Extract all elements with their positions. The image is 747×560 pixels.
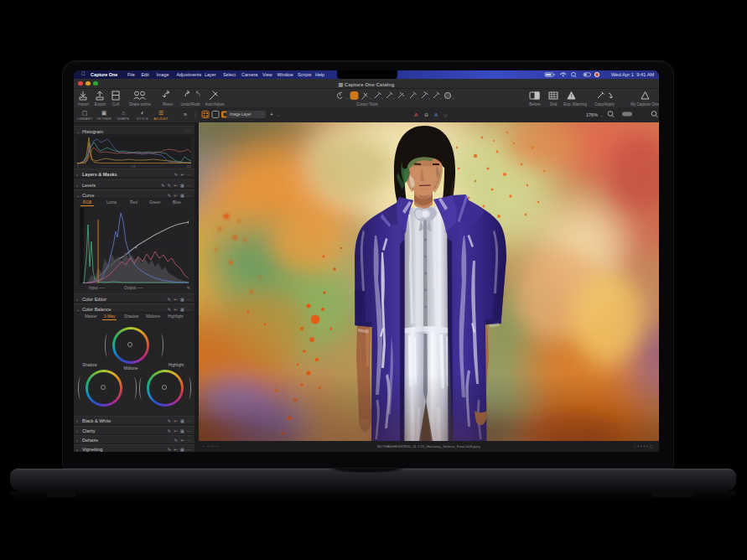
svg-text:⌄: ⌄ (452, 96, 455, 100)
svg-text:A: A (434, 112, 438, 117)
svg-text:⌃: ⌃ (260, 113, 263, 117)
svg-text:Image Layer: Image Layer (230, 112, 252, 117)
svg-text:⌄: ⌄ (277, 112, 280, 117)
svg-text:⌄: ⌄ (381, 96, 384, 100)
svg-text:⌄: ⌄ (392, 96, 396, 100)
svg-text:⌄: ⌄ (345, 96, 349, 100)
svg-text:◇: ◇ (444, 112, 448, 117)
svg-text:⊝: ⊝ (424, 112, 428, 117)
svg-text:⌄: ⌄ (369, 96, 372, 100)
svg-text:⌄: ⌄ (600, 113, 604, 117)
svg-text:⌄: ⌄ (357, 96, 361, 100)
svg-text:+: + (270, 111, 273, 117)
svg-text:176%: 176% (586, 112, 598, 117)
svg-text:⌄: ⌄ (416, 96, 419, 100)
svg-text:⌄: ⌄ (404, 96, 407, 100)
svg-text:A: A (414, 112, 418, 117)
svg-text:⌄: ⌄ (439, 96, 443, 100)
svg-text:⌄: ⌄ (428, 96, 431, 100)
